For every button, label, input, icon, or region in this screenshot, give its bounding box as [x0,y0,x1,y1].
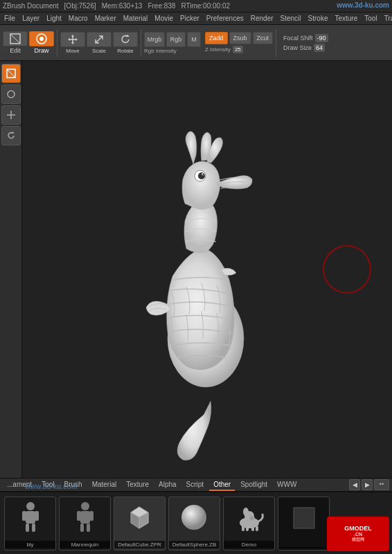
svg-marker-7 [75,38,78,41]
edit-label: Edit [10,47,21,54]
svg-line-1 [10,34,20,44]
left-toolbar [0,61,22,478]
rotate-button[interactable] [113,32,138,47]
canvas-area[interactable] [22,61,392,478]
obj-info: [Obj:7526] [64,2,96,10]
tab-ament[interactable]: ...ament [3,479,36,491]
rgb-intensity-label: Rgb Intensity [144,48,201,54]
shelf-item-mannequin[interactable]: Mannequin [59,497,111,551]
menu-bar: File Layer Light Macro Marker Material M… [0,12,392,25]
shelf-thumb-dark [278,497,329,539]
shelf-item-bly[interactable]: bly [4,497,56,551]
svg-point-15 [198,172,205,179]
tab-script[interactable]: Script [182,479,208,491]
bottom-tabs: ...ament Tool Brush Material Texture Alp… [0,478,392,492]
top-bar: ZBrush Document [Obj:7526] Mem:630+13 Fr… [0,0,392,12]
svg-marker-4 [71,35,74,37]
mem-info: Mem:630+13 [102,2,143,10]
svg-rect-20 [22,511,26,521]
shelf-label-mannequin: Mannequin [60,541,110,548]
menu-trans[interactable]: Trans [383,15,392,22]
menu-texture[interactable]: Texture [333,15,359,22]
tab-next-button[interactable]: ▶ [362,479,373,490]
menu-stroke[interactable]: Stroke [307,15,330,22]
edit-draw-group: Edit [3,31,28,54]
menu-movie[interactable]: Movie [153,15,175,22]
svg-point-33 [181,505,206,530]
tab-material[interactable]: Material [88,479,121,491]
menu-render[interactable]: Render [249,15,275,22]
svg-marker-5 [71,42,74,44]
seahorse-model [117,75,297,463]
zsub-button[interactable]: Zsub [229,32,251,44]
zcut-button[interactable]: Zcut [253,32,274,44]
draw-size-val[interactable]: 64 [314,44,325,52]
menu-preferences[interactable]: Preferences [205,15,245,22]
tab-texture[interactable]: Texture [122,479,153,491]
svg-point-11 [8,91,15,98]
tab-www[interactable]: WWW [273,479,301,491]
shelf-thumb-cube [114,497,165,539]
left-brush-button[interactable] [1,84,21,104]
tab-alpha[interactable]: Alpha [154,479,181,491]
move-label: Move [66,48,80,54]
svg-rect-28 [80,524,84,532]
menu-material[interactable]: Material [122,15,150,22]
tab-other[interactable]: Other [209,479,235,491]
menu-stencil[interactable]: Stencil [279,15,303,22]
shelf-item-dark[interactable] [278,497,330,551]
move-button[interactable] [60,32,85,47]
tab-expand-button[interactable]: ** [374,479,389,490]
rgb-button[interactable]: Rgb [166,32,186,47]
svg-rect-37 [246,526,249,531]
draw-button[interactable] [29,31,54,46]
left-select-button[interactable] [1,64,21,83]
left-move-button[interactable] [1,105,21,125]
tab-tool[interactable]: Tool [37,479,58,491]
mrgb-button[interactable]: Mrgb [144,32,165,47]
shelf-item-defaultcube[interactable]: DefaultCube.ZPR [114,497,166,551]
svg-rect-21 [35,511,39,521]
focal-area: Focal Shift -90 Draw Size 64 [283,34,328,52]
tab-spotlight[interactable]: Spotlight [236,479,271,491]
free-info: Free:838 [148,2,175,10]
menu-layer[interactable]: Layer [21,15,41,22]
edit-button[interactable] [3,31,28,46]
svg-point-18 [26,502,35,510]
svg-rect-36 [242,526,244,531]
shelf-item-demo[interactable]: Demo [223,497,275,551]
svg-rect-23 [32,524,35,532]
svg-point-24 [81,502,89,510]
shelf-item-defaultsphere[interactable]: DefaultSphere.ZB [168,497,220,551]
zadd-button[interactable]: Zadd [205,32,228,44]
toolbar: Edit Draw Move [0,25,392,61]
svg-point-17 [202,173,203,175]
svg-point-41 [249,516,255,520]
menu-macro[interactable]: Macro [67,15,89,22]
svg-rect-22 [26,524,29,532]
scale-label: Scale [92,48,106,54]
m-button[interactable]: M [187,32,201,47]
svg-line-10 [7,69,15,78]
watermark-top: www.3d-ku.com [337,1,389,9]
shelf-thumb-bly [5,497,55,539]
menu-marker[interactable]: Marker [93,15,118,22]
draw-group: Draw [29,31,54,54]
svg-marker-6 [68,38,70,41]
z-intensity-val[interactable]: 25 [233,46,243,53]
focal-shift-val[interactable]: -90 [315,34,328,42]
menu-file[interactable]: File [3,15,17,22]
svg-point-3 [39,37,44,41]
menu-light[interactable]: Light [45,15,63,22]
tab-brush[interactable]: Brush [60,479,87,491]
shelf-thumb-demo [224,497,274,539]
seahorse-viewport [22,61,392,478]
brush-size-indicator [323,245,371,294]
left-rotate-button[interactable] [1,126,21,145]
svg-rect-27 [89,511,93,521]
tab-prev-button[interactable]: ◀ [349,479,360,490]
svg-rect-25 [80,511,90,524]
menu-tool[interactable]: Tool [363,15,378,22]
menu-picker[interactable]: Picker [179,15,201,22]
scale-button[interactable] [87,32,112,47]
